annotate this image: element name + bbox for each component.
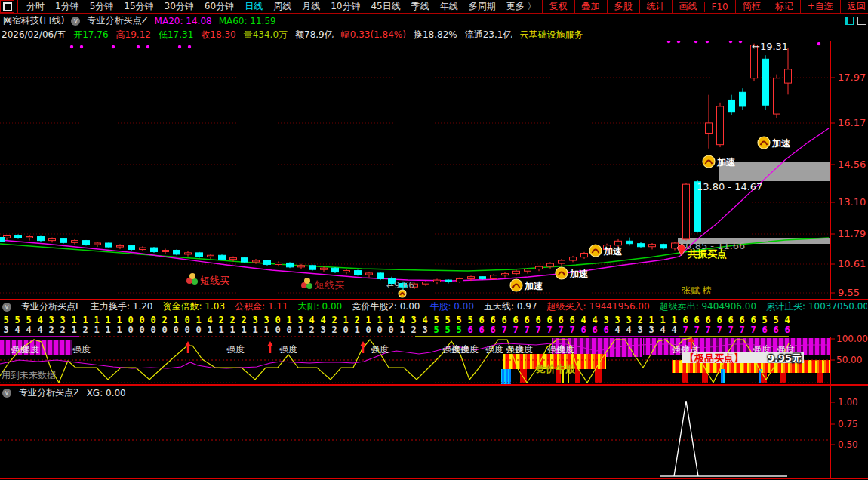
panel3-axis-label: 0.50 (838, 439, 858, 450)
candlestick (242, 257, 248, 263)
stock-title[interactable]: 网宿科技(日线) (3, 14, 64, 27)
count-digit: 6 (578, 325, 589, 335)
candlestick (185, 251, 192, 257)
period-menu: 分时1分钟5分钟15分钟30分钟60分钟日线周线月线10分钟45日线季线年线多周… (17, 0, 542, 13)
panel3-signal-chart[interactable]: 1.000.750.50 (0, 398, 868, 480)
strength-label: 强度 (515, 344, 533, 355)
quote-field: 开17.76 (73, 29, 108, 40)
menu-item[interactable]: 叠加 (574, 0, 607, 13)
candlestick (219, 254, 226, 260)
panel2-indicator-chart[interactable]: 强度强度强度强度强度强度强度强度强度强度强度强度强度强度强度强度强度强度竞价牛股… (0, 335, 868, 385)
count-digit: 7 (544, 325, 555, 335)
count-digit: 2 (80, 325, 91, 335)
panel2-title[interactable]: 专业分析买点F (21, 301, 81, 312)
future-data-note: 用到未来数据 (2, 370, 56, 380)
menu-item[interactable]: +自选 (800, 0, 840, 13)
indicator-value: 公积金: 1.11 (235, 301, 288, 312)
buy-signal-icon (186, 273, 198, 285)
count-digit: 3 (420, 325, 430, 335)
collapse-panel2-icon[interactable]: v (2, 303, 11, 312)
indicator-name[interactable]: 专业分析买点Z (87, 14, 147, 27)
split-view-icon[interactable] (845, 17, 854, 25)
candlestick (491, 274, 497, 279)
count-digit: 1 (103, 325, 113, 335)
count-digit: 0 (284, 325, 294, 335)
menu-item[interactable]: 45日线 (365, 0, 405, 13)
count-digit: 1 (69, 325, 79, 335)
count-digit: 4 (612, 325, 623, 335)
candlestick (762, 55, 769, 110)
menu-item[interactable]: 统计 (639, 0, 672, 13)
menu-item[interactable]: 周线 (268, 0, 297, 13)
count-digit: 7 (748, 325, 759, 335)
main-candlestick-chart[interactable]: 13.80 - 14.6710.85 - 11.66加速加速加速加速加速短线买短… (0, 41, 868, 299)
volume-bar-red (780, 373, 786, 383)
menu-item[interactable]: F10 (704, 2, 735, 12)
menu-item[interactable]: 年线 (435, 0, 463, 13)
collapse-panel3-icon[interactable]: v (2, 389, 11, 398)
menu-item[interactable]: 60分钟 (199, 0, 239, 13)
low-price-label: ←9.66 (386, 280, 414, 291)
ma20-value: MA20: 14.08 (155, 16, 212, 26)
app-logo-icon[interactable] (0, 0, 14, 13)
buy-signal-icon (301, 278, 312, 289)
menu-item[interactable]: 月线 (297, 0, 325, 13)
panel2-axis-label: 50.00 (836, 355, 862, 365)
signal-dot (188, 45, 191, 48)
buy-signal-label: 短线买 (315, 279, 344, 291)
candlestick (174, 249, 180, 255)
auction-bull-label: 竞价牛股 (535, 363, 576, 374)
count-digit: 3 (318, 325, 328, 335)
menu-item[interactable]: 30分钟 (159, 0, 199, 13)
menu-item[interactable]: 15分钟 (119, 0, 159, 13)
menu-item[interactable]: 5分钟 (85, 0, 119, 13)
count-digit: 0 (386, 325, 396, 335)
menu-item[interactable]: 复权 (542, 0, 574, 13)
menu-item[interactable]: 标记 (768, 0, 800, 13)
candlestick (343, 269, 350, 275)
trading-app-window: 分时1分钟5分钟15分钟30分钟60分钟日线周线月线10分钟45日线季线年线多周… (0, 0, 868, 480)
candlestick (264, 260, 271, 266)
menu-item[interactable]: 季线 (406, 0, 435, 13)
signal-dot (729, 41, 732, 43)
premium-buy-label: 【极品买点】 (685, 352, 743, 364)
count-digit: 1 (352, 325, 362, 335)
menu-item[interactable]: 多周期 (463, 0, 501, 13)
menu-item[interactable]: 多股 (607, 0, 639, 13)
candlestick (717, 103, 724, 147)
menu-item[interactable]: 画线 (672, 0, 704, 13)
menu-item[interactable]: 分时 (21, 0, 50, 13)
up-arrow-icon (267, 341, 273, 353)
panel3-title[interactable]: 专业分析买点2 (19, 386, 79, 399)
window-controls (845, 17, 866, 25)
count-digit: 1 (114, 325, 125, 335)
count-digit: 5 (454, 325, 464, 335)
candlestick (15, 235, 22, 239)
volume-bar-red (817, 373, 823, 383)
count-digit: 4 (35, 325, 45, 335)
count-digit: 7 (567, 325, 577, 335)
menu-item[interactable]: 更多 〉 (501, 0, 542, 13)
candlestick (626, 238, 633, 246)
candlestick (49, 238, 56, 243)
menu-item[interactable]: 1分钟 (50, 0, 85, 13)
count-digit: 2 (46, 325, 57, 335)
volume-bar-red (702, 373, 708, 383)
count-digit: 5 (442, 325, 453, 335)
menu-item[interactable]: 简框 (735, 0, 768, 13)
menu-item[interactable]: 返回 (840, 0, 868, 13)
quote-field: 额78.9亿 (295, 29, 334, 40)
menu-item[interactable]: 10分钟 (325, 0, 365, 13)
accelerate-label: 加速 (716, 157, 736, 168)
count-digit: 4 (657, 325, 668, 335)
menu-item[interactable]: 日线 (239, 0, 268, 13)
accelerate-label: 加速 (569, 269, 589, 279)
chevron-down-icon[interactable]: v (71, 17, 80, 26)
signal-dot (70, 45, 73, 48)
count-digit: 1 (216, 325, 226, 335)
maximize-icon[interactable] (857, 17, 866, 25)
candlestick (208, 254, 214, 259)
signal-dot (706, 41, 709, 43)
count-digit: 1 (239, 325, 249, 335)
quote-field: 收18.30 (201, 29, 235, 40)
